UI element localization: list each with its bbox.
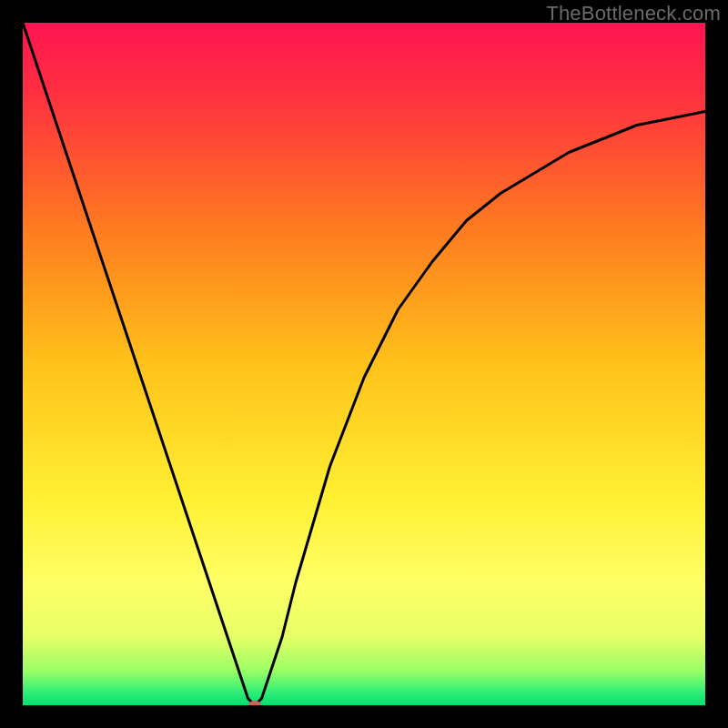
chart-frame: TheBottleneck.com xyxy=(0,0,728,728)
curve-layer xyxy=(23,23,705,705)
plot-area xyxy=(23,23,705,705)
bottleneck-curve xyxy=(23,23,705,705)
watermark-text: TheBottleneck.com xyxy=(546,2,721,25)
